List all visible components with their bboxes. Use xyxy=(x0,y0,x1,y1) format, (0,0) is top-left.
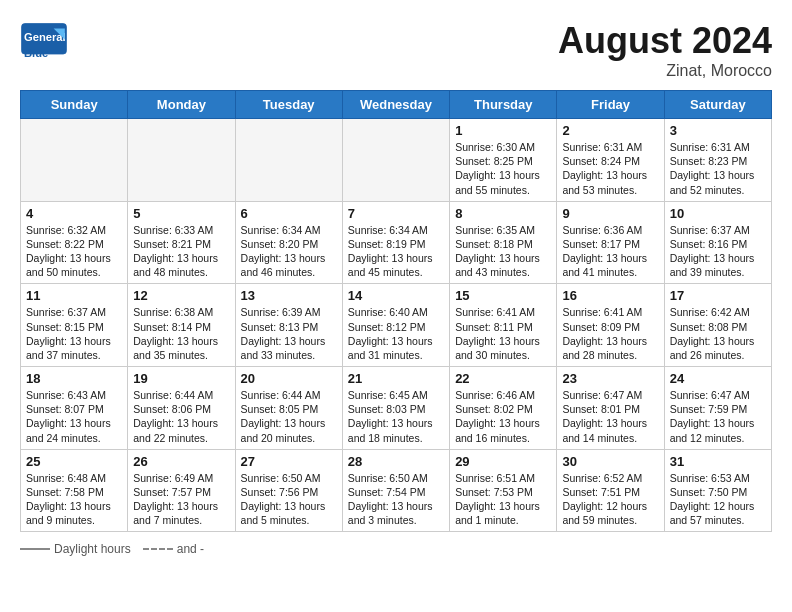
cell-w3-d5: 15Sunrise: 6:41 AMSunset: 8:11 PMDayligh… xyxy=(450,284,557,367)
cell-text-7: Sunrise: 6:34 AMSunset: 8:19 PMDaylight:… xyxy=(348,223,444,280)
week-row-5: 25Sunrise: 6:48 AMSunset: 7:58 PMDayligh… xyxy=(21,449,772,532)
cell-text-8: Sunrise: 6:35 AMSunset: 8:18 PMDaylight:… xyxy=(455,223,551,280)
week-row-3: 11Sunrise: 6:37 AMSunset: 8:15 PMDayligh… xyxy=(21,284,772,367)
location: Zinat, Morocco xyxy=(558,62,772,80)
cell-text-9: Sunrise: 6:36 AMSunset: 8:17 PMDaylight:… xyxy=(562,223,658,280)
cell-w2-d7: 10Sunrise: 6:37 AMSunset: 8:16 PMDayligh… xyxy=(664,201,771,284)
cell-text-13: Sunrise: 6:39 AMSunset: 8:13 PMDaylight:… xyxy=(241,305,337,362)
cell-text-17: Sunrise: 6:42 AMSunset: 8:08 PMDaylight:… xyxy=(670,305,766,362)
cell-text-22: Sunrise: 6:46 AMSunset: 8:02 PMDaylight:… xyxy=(455,388,551,445)
date-num-29: 29 xyxy=(455,454,551,469)
cell-w2-d6: 9Sunrise: 6:36 AMSunset: 8:17 PMDaylight… xyxy=(557,201,664,284)
footer-daylight: Daylight hours xyxy=(20,542,131,556)
cell-w2-d3: 6Sunrise: 6:34 AMSunset: 8:20 PMDaylight… xyxy=(235,201,342,284)
cell-w3-d6: 16Sunrise: 6:41 AMSunset: 8:09 PMDayligh… xyxy=(557,284,664,367)
cell-text-10: Sunrise: 6:37 AMSunset: 8:16 PMDaylight:… xyxy=(670,223,766,280)
cell-w3-d3: 13Sunrise: 6:39 AMSunset: 8:13 PMDayligh… xyxy=(235,284,342,367)
date-num-7: 7 xyxy=(348,206,444,221)
cell-w2-d1: 4Sunrise: 6:32 AMSunset: 8:22 PMDaylight… xyxy=(21,201,128,284)
cell-text-27: Sunrise: 6:50 AMSunset: 7:56 PMDaylight:… xyxy=(241,471,337,528)
cell-w1-d4 xyxy=(342,119,449,202)
date-num-16: 16 xyxy=(562,288,658,303)
date-num-1: 1 xyxy=(455,123,551,138)
cell-w2-d4: 7Sunrise: 6:34 AMSunset: 8:19 PMDaylight… xyxy=(342,201,449,284)
cell-w4-d6: 23Sunrise: 6:47 AMSunset: 8:01 PMDayligh… xyxy=(557,367,664,450)
cell-text-5: Sunrise: 6:33 AMSunset: 8:21 PMDaylight:… xyxy=(133,223,229,280)
date-num-6: 6 xyxy=(241,206,337,221)
col-thursday: Thursday xyxy=(450,91,557,119)
col-wednesday: Wednesday xyxy=(342,91,449,119)
cell-w5-d6: 30Sunrise: 6:52 AMSunset: 7:51 PMDayligh… xyxy=(557,449,664,532)
date-num-26: 26 xyxy=(133,454,229,469)
date-num-14: 14 xyxy=(348,288,444,303)
date-num-23: 23 xyxy=(562,371,658,386)
cell-w5-d5: 29Sunrise: 6:51 AMSunset: 7:53 PMDayligh… xyxy=(450,449,557,532)
cell-w5-d2: 26Sunrise: 6:49 AMSunset: 7:57 PMDayligh… xyxy=(128,449,235,532)
cell-text-25: Sunrise: 6:48 AMSunset: 7:58 PMDaylight:… xyxy=(26,471,122,528)
footer: Daylight hours and - xyxy=(20,542,772,556)
col-saturday: Saturday xyxy=(664,91,771,119)
cell-text-29: Sunrise: 6:51 AMSunset: 7:53 PMDaylight:… xyxy=(455,471,551,528)
date-num-4: 4 xyxy=(26,206,122,221)
cell-w3-d1: 11Sunrise: 6:37 AMSunset: 8:15 PMDayligh… xyxy=(21,284,128,367)
cell-text-18: Sunrise: 6:43 AMSunset: 8:07 PMDaylight:… xyxy=(26,388,122,445)
title-block: August 2024 Zinat, Morocco xyxy=(558,20,772,80)
date-num-24: 24 xyxy=(670,371,766,386)
svg-text:Blue: Blue xyxy=(24,47,48,59)
cell-w2-d5: 8Sunrise: 6:35 AMSunset: 8:18 PMDaylight… xyxy=(450,201,557,284)
month-title: August 2024 xyxy=(558,20,772,62)
col-tuesday: Tuesday xyxy=(235,91,342,119)
cell-w4-d7: 24Sunrise: 6:47 AMSunset: 7:59 PMDayligh… xyxy=(664,367,771,450)
cell-w3-d7: 17Sunrise: 6:42 AMSunset: 8:08 PMDayligh… xyxy=(664,284,771,367)
week-row-2: 4Sunrise: 6:32 AMSunset: 8:22 PMDaylight… xyxy=(21,201,772,284)
col-monday: Monday xyxy=(128,91,235,119)
cell-w1-d5: 1Sunrise: 6:30 AMSunset: 8:25 PMDaylight… xyxy=(450,119,557,202)
date-num-12: 12 xyxy=(133,288,229,303)
cell-text-31: Sunrise: 6:53 AMSunset: 7:50 PMDaylight:… xyxy=(670,471,766,528)
cell-w1-d3 xyxy=(235,119,342,202)
cell-text-4: Sunrise: 6:32 AMSunset: 8:22 PMDaylight:… xyxy=(26,223,122,280)
cell-w4-d2: 19Sunrise: 6:44 AMSunset: 8:06 PMDayligh… xyxy=(128,367,235,450)
cell-w5-d4: 28Sunrise: 6:50 AMSunset: 7:54 PMDayligh… xyxy=(342,449,449,532)
date-num-19: 19 xyxy=(133,371,229,386)
cell-w5-d1: 25Sunrise: 6:48 AMSunset: 7:58 PMDayligh… xyxy=(21,449,128,532)
date-num-25: 25 xyxy=(26,454,122,469)
cell-text-12: Sunrise: 6:38 AMSunset: 8:14 PMDaylight:… xyxy=(133,305,229,362)
cell-w4-d4: 21Sunrise: 6:45 AMSunset: 8:03 PMDayligh… xyxy=(342,367,449,450)
col-sunday: Sunday xyxy=(21,91,128,119)
date-num-30: 30 xyxy=(562,454,658,469)
page-header: General Blue August 2024 Zinat, Morocco xyxy=(20,20,772,80)
cell-text-15: Sunrise: 6:41 AMSunset: 8:11 PMDaylight:… xyxy=(455,305,551,362)
footer-and-dash: and - xyxy=(143,542,204,556)
week-row-4: 18Sunrise: 6:43 AMSunset: 8:07 PMDayligh… xyxy=(21,367,772,450)
cell-text-24: Sunrise: 6:47 AMSunset: 7:59 PMDaylight:… xyxy=(670,388,766,445)
cell-text-21: Sunrise: 6:45 AMSunset: 8:03 PMDaylight:… xyxy=(348,388,444,445)
logo: General Blue xyxy=(20,20,68,68)
cell-w1-d6: 2Sunrise: 6:31 AMSunset: 8:24 PMDaylight… xyxy=(557,119,664,202)
date-num-15: 15 xyxy=(455,288,551,303)
cell-text-26: Sunrise: 6:49 AMSunset: 7:57 PMDaylight:… xyxy=(133,471,229,528)
date-num-28: 28 xyxy=(348,454,444,469)
cell-w5-d7: 31Sunrise: 6:53 AMSunset: 7:50 PMDayligh… xyxy=(664,449,771,532)
cell-text-16: Sunrise: 6:41 AMSunset: 8:09 PMDaylight:… xyxy=(562,305,658,362)
cell-text-30: Sunrise: 6:52 AMSunset: 7:51 PMDaylight:… xyxy=(562,471,658,528)
cell-w1-d7: 3Sunrise: 6:31 AMSunset: 8:23 PMDaylight… xyxy=(664,119,771,202)
date-num-2: 2 xyxy=(562,123,658,138)
date-num-13: 13 xyxy=(241,288,337,303)
date-num-21: 21 xyxy=(348,371,444,386)
cell-text-28: Sunrise: 6:50 AMSunset: 7:54 PMDaylight:… xyxy=(348,471,444,528)
date-num-17: 17 xyxy=(670,288,766,303)
cell-text-14: Sunrise: 6:40 AMSunset: 8:12 PMDaylight:… xyxy=(348,305,444,362)
date-num-5: 5 xyxy=(133,206,229,221)
cell-w4-d5: 22Sunrise: 6:46 AMSunset: 8:02 PMDayligh… xyxy=(450,367,557,450)
cell-w1-d2 xyxy=(128,119,235,202)
col-friday: Friday xyxy=(557,91,664,119)
cell-text-2: Sunrise: 6:31 AMSunset: 8:24 PMDaylight:… xyxy=(562,140,658,197)
week-row-1: 1Sunrise: 6:30 AMSunset: 8:25 PMDaylight… xyxy=(21,119,772,202)
calendar-table: Sunday Monday Tuesday Wednesday Thursday… xyxy=(20,90,772,532)
cell-w4-d1: 18Sunrise: 6:43 AMSunset: 8:07 PMDayligh… xyxy=(21,367,128,450)
logo-svg-icon: General Blue xyxy=(20,20,68,68)
and-dash-line-icon xyxy=(143,548,173,550)
daylight-label: Daylight hours xyxy=(54,542,131,556)
date-num-27: 27 xyxy=(241,454,337,469)
